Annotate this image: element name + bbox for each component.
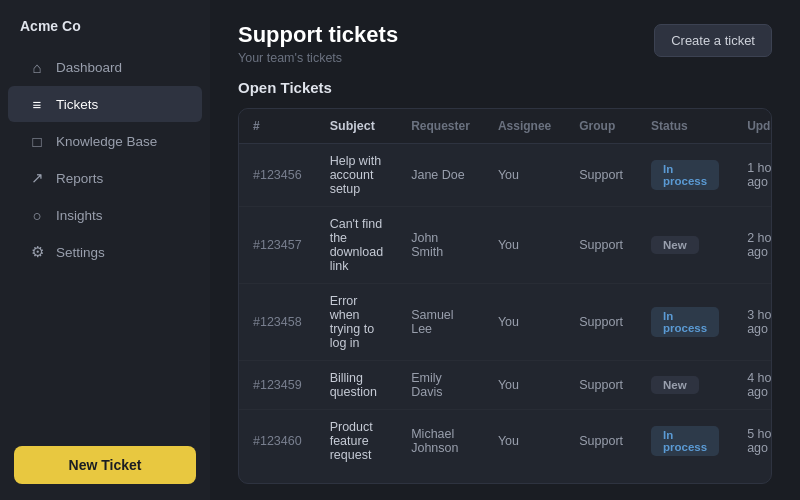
cell-requester-0: Jane Doe [397,144,484,207]
cell-id-0: #123456 [239,144,316,207]
sidebar-item-label-insights: Insights [56,208,103,223]
sidebar-item-label-settings: Settings [56,245,105,260]
tickets-table: # Subject Requester Assignee Group Statu… [238,108,772,484]
cell-assignee-4: You [484,410,565,473]
cell-subject-0: Help with account setup [316,144,398,207]
table-row[interactable]: #123458 Error when trying to log in Samu… [239,284,772,361]
cell-requester-1: John Smith [397,207,484,284]
table-row[interactable]: #123459 Billing question Emily Davis You… [239,361,772,410]
cell-requester-4: Michael Johnson [397,410,484,473]
sidebar-item-settings[interactable]: ⚙ Settings [8,234,202,270]
table-row[interactable]: #123460 Product feature request Michael … [239,410,772,473]
sidebar-item-reports[interactable]: ↗ Reports [8,160,202,196]
page-header: Support tickets Your team's tickets Crea… [210,0,800,75]
col-header-updated: Updated [733,109,772,144]
col-header-status: Status [637,109,733,144]
table-row[interactable]: #123456 Help with account setup Jane Doe… [239,144,772,207]
cell-requester-3: Emily Davis [397,361,484,410]
create-ticket-button[interactable]: Create a ticket [654,24,772,57]
sidebar-item-label-knowledge-base: Knowledge Base [56,134,157,149]
header-left: Support tickets Your team's tickets [238,22,398,65]
cell-group-2: Support [565,284,637,361]
sidebar-item-insights[interactable]: ○ Insights [8,197,202,233]
cell-updated-4: 5 hours ago [733,410,772,473]
cell-group-3: Support [565,361,637,410]
cell-subject-3: Billing question [316,361,398,410]
settings-icon: ⚙ [28,243,46,261]
cell-status-4: In process [637,410,733,473]
sidebar-item-label-reports: Reports [56,171,103,186]
sidebar-nav: ⌂ Dashboard ≡ Tickets □ Knowledge Base ↗… [0,48,210,271]
cell-status-3: New [637,361,733,410]
col-header-subject: Subject [316,109,398,144]
cell-id-2: #123458 [239,284,316,361]
page-subtitle: Your team's tickets [238,51,398,65]
status-badge-1: New [651,236,699,254]
status-badge-2: In process [651,307,719,337]
sidebar-item-tickets[interactable]: ≡ Tickets [8,86,202,122]
table-body: #123456 Help with account setup Jane Doe… [239,144,772,473]
page-title: Support tickets [238,22,398,48]
cell-id-4: #123460 [239,410,316,473]
content-area: Open Tickets # Subject Requester Assigne… [210,75,800,500]
col-header-requester: Requester [397,109,484,144]
status-badge-4: In process [651,426,719,456]
tickets-icon: ≡ [28,95,46,113]
cell-subject-4: Product feature request [316,410,398,473]
company-logo: Acme Co [0,0,210,48]
sidebar-item-knowledge-base[interactable]: □ Knowledge Base [8,123,202,159]
insights-icon: ○ [28,206,46,224]
status-badge-0: In process [651,160,719,190]
sidebar-item-dashboard[interactable]: ⌂ Dashboard [8,49,202,85]
cell-group-1: Support [565,207,637,284]
cell-status-0: In process [637,144,733,207]
cell-updated-2: 3 hours ago [733,284,772,361]
section-title: Open Tickets [238,79,772,96]
cell-assignee-0: You [484,144,565,207]
cell-group-0: Support [565,144,637,207]
col-header-id: # [239,109,316,144]
status-badge-3: New [651,376,699,394]
col-header-assignee: Assignee [484,109,565,144]
cell-assignee-1: You [484,207,565,284]
cell-status-1: New [637,207,733,284]
cell-group-4: Support [565,410,637,473]
sidebar: Acme Co ⌂ Dashboard ≡ Tickets □ Knowledg… [0,0,210,500]
cell-assignee-2: You [484,284,565,361]
cell-requester-2: Samuel Lee [397,284,484,361]
table-row[interactable]: #123457 Can't find the download link Joh… [239,207,772,284]
table: # Subject Requester Assignee Group Statu… [239,109,772,472]
knowledge-base-icon: □ [28,132,46,150]
cell-subject-1: Can't find the download link [316,207,398,284]
reports-icon: ↗ [28,169,46,187]
col-header-group: Group [565,109,637,144]
sidebar-item-label-tickets: Tickets [56,97,98,112]
main-content: Support tickets Your team's tickets Crea… [210,0,800,500]
cell-assignee-3: You [484,361,565,410]
cell-subject-2: Error when trying to log in [316,284,398,361]
cell-id-3: #123459 [239,361,316,410]
dashboard-icon: ⌂ [28,58,46,76]
cell-status-2: In process [637,284,733,361]
cell-updated-1: 2 hours ago [733,207,772,284]
cell-updated-3: 4 hours ago [733,361,772,410]
cell-updated-0: 1 hour ago [733,144,772,207]
new-ticket-button[interactable]: New Ticket [14,446,196,484]
cell-id-1: #123457 [239,207,316,284]
table-header: # Subject Requester Assignee Group Statu… [239,109,772,144]
sidebar-item-label-dashboard: Dashboard [56,60,122,75]
